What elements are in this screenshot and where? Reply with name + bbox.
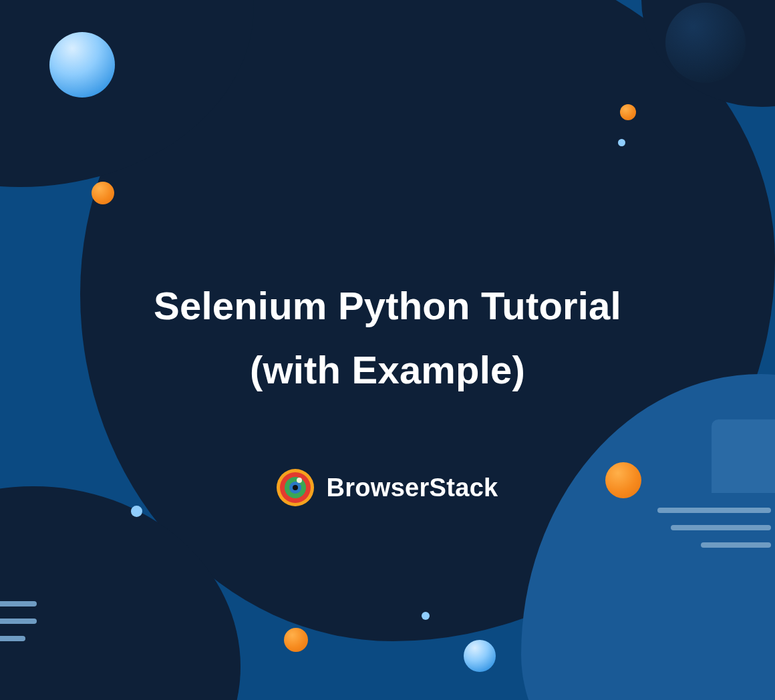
title-line-2: (with Example) (250, 348, 525, 391)
decor-circle-icon (620, 104, 636, 120)
page-title: Selenium Python Tutorial (with Example) (0, 274, 775, 401)
title-line-1: Selenium Python Tutorial (154, 284, 621, 327)
decor-circle-icon (618, 139, 625, 146)
decor-circle-icon (284, 628, 308, 652)
brand-name: BrowserStack (326, 474, 498, 502)
decor-lines-icon (657, 508, 771, 548)
decor-circle-icon (131, 506, 142, 517)
decor-circle-icon (464, 640, 496, 672)
hero-banner: Selenium Python Tutorial (with Example) … (0, 0, 775, 700)
browserstack-logo-icon (277, 469, 314, 506)
decor-lines-icon (0, 601, 40, 641)
brand-row: BrowserStack (0, 469, 775, 506)
decor-circle-icon (665, 3, 746, 83)
decor-circle-icon (422, 612, 430, 620)
decor-circle-icon (49, 32, 115, 98)
decor-circle-icon (92, 182, 114, 204)
